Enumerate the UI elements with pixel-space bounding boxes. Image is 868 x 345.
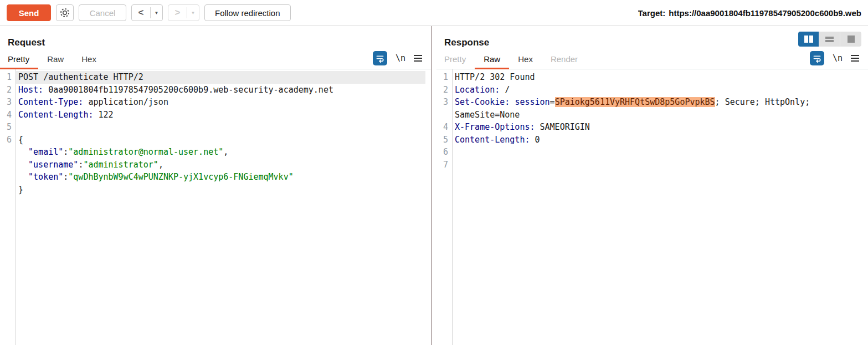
layout-columns-button[interactable] xyxy=(798,32,819,47)
code-line-text: Host: 0aa9001804fb11978547905200c600b9.w… xyxy=(16,84,425,97)
code-line: 3Set-Cookie: session=SPaiokg5611VyRHFQtS… xyxy=(436,96,862,109)
code-line-text: Content-Length: 0 xyxy=(452,134,862,146)
cancel-button[interactable]: Cancel xyxy=(79,4,126,21)
line-number xyxy=(0,184,16,196)
code-line-text: Content-Type: application/json xyxy=(16,96,425,109)
line-number: 4 xyxy=(0,109,16,121)
word-wrap-icon[interactable] xyxy=(373,51,387,65)
settings-button[interactable] xyxy=(56,4,74,21)
code-line-text: POST /authenticate HTTP/2 xyxy=(16,71,425,84)
code-line: "email":"administrator@normal-user.net", xyxy=(0,146,425,159)
show-newlines-icon[interactable]: \n xyxy=(396,53,405,63)
request-tab-bar: Pretty Raw Hex \n xyxy=(0,49,431,69)
request-panel: Request Pretty Raw Hex \n 1POST /authent… xyxy=(0,26,431,345)
code-line: SameSite=None xyxy=(436,109,862,121)
line-number xyxy=(436,109,452,121)
line-number: 4 xyxy=(436,121,452,134)
code-line-text: Set-Cookie: session=SPaiokg5611VyRHFQtSw… xyxy=(452,96,862,109)
request-editor[interactable]: 1POST /authenticate HTTP/22Host: 0aa9001… xyxy=(0,69,431,345)
code-line: 6 xyxy=(436,146,862,159)
show-newlines-icon[interactable]: \n xyxy=(833,53,843,63)
code-line: 2Location: / xyxy=(436,84,862,97)
line-number: 5 xyxy=(0,121,16,134)
forward-button[interactable]: > xyxy=(168,5,187,21)
code-line-text: } xyxy=(16,184,425,196)
response-panel: Response Pretty Raw Hex Render \n 1HTTP/… xyxy=(432,26,868,345)
follow-redirection-button[interactable]: Follow redirection xyxy=(204,4,291,21)
word-wrap-icon[interactable] xyxy=(810,51,824,65)
line-number: 6 xyxy=(436,146,452,159)
layout-toggle-group xyxy=(798,32,861,47)
code-line: 5Content-Length: 0 xyxy=(436,134,862,146)
layout-rows-button[interactable] xyxy=(819,32,840,47)
editor-menu-icon[interactable] xyxy=(414,55,422,62)
code-line: 7 xyxy=(436,159,862,171)
target-url: Target:https://0aa9001804fb1197854790520… xyxy=(638,8,861,18)
repeater-toolbar: Send Cancel < ▼ > ▼ Follow redirection T… xyxy=(0,0,868,26)
request-tab-raw[interactable]: Raw xyxy=(38,50,73,69)
code-line: 1POST /authenticate HTTP/2 xyxy=(0,71,425,84)
line-number: 3 xyxy=(0,96,16,109)
gear-icon xyxy=(59,7,70,18)
line-number xyxy=(0,146,16,159)
response-tab-hex[interactable]: Hex xyxy=(509,50,542,69)
message-panes: Request Pretty Raw Hex \n 1POST /authent… xyxy=(0,26,868,345)
code-line: 4X-Frame-Options: SAMEORIGIN xyxy=(436,121,862,134)
editor-menu-icon[interactable] xyxy=(851,55,859,62)
code-line-text: X-Frame-Options: SAMEORIGIN xyxy=(452,121,862,134)
code-line-text xyxy=(16,121,425,134)
response-editor-tools: \n xyxy=(810,51,868,69)
code-line-text: Content-Length: 122 xyxy=(16,109,425,121)
request-tab-pretty[interactable]: Pretty xyxy=(0,50,38,69)
back-button[interactable]: < xyxy=(132,5,150,21)
target-url-value: https://0aa9001804fb11978547905200c600b9… xyxy=(669,8,861,18)
code-line-text: Location: / xyxy=(452,84,862,97)
code-line: 1HTTP/2 302 Found xyxy=(436,71,862,84)
code-line: "token":"qwDhBynbW9wC4wPUNZNKP-yjX1vcyp6… xyxy=(0,171,425,184)
request-editor-tools: \n xyxy=(373,51,431,69)
target-label: Target: xyxy=(638,8,666,18)
back-split-button: < ▼ xyxy=(131,4,163,21)
forward-history-dropdown[interactable]: ▼ xyxy=(187,5,199,21)
code-line: } xyxy=(0,184,425,196)
response-tab-bar: Pretty Raw Hex Render \n xyxy=(436,49,868,69)
code-line: 2Host: 0aa9001804fb11978547905200c600b9.… xyxy=(0,84,425,97)
line-number: 1 xyxy=(436,71,452,84)
response-editor[interactable]: 1HTTP/2 302 Found2Location: /3Set-Cookie… xyxy=(436,69,868,345)
code-line: 5 xyxy=(0,121,425,134)
line-number: 6 xyxy=(0,134,16,146)
code-line-text: "token":"qwDhBynbW9wC4wPUNZNKP-yjX1vcyp6… xyxy=(16,171,425,184)
code-line-text: "username":"administrator", xyxy=(16,159,425,171)
line-number: 1 xyxy=(0,71,16,84)
request-panel-title: Request xyxy=(8,37,431,48)
code-line: 4Content-Length: 122 xyxy=(0,109,425,121)
line-number: 2 xyxy=(0,84,16,97)
response-tab-render[interactable]: Render xyxy=(542,50,587,69)
code-line-text: "email":"administrator@normal-user.net", xyxy=(16,146,425,159)
response-tab-raw[interactable]: Raw xyxy=(475,50,509,69)
code-line-text xyxy=(452,146,862,159)
code-line: 6{ xyxy=(0,134,425,146)
line-number xyxy=(0,159,16,171)
response-tab-pretty[interactable]: Pretty xyxy=(436,50,475,69)
code-line: 3Content-Type: application/json xyxy=(0,96,425,109)
code-line-text: { xyxy=(16,134,425,146)
send-button[interactable]: Send xyxy=(7,4,51,21)
line-number: 3 xyxy=(436,96,452,109)
code-line-text: SameSite=None xyxy=(452,109,862,121)
layout-single-button[interactable] xyxy=(840,32,861,47)
code-line: "username":"administrator", xyxy=(0,159,425,171)
code-line-text: HTTP/2 302 Found xyxy=(452,71,862,84)
line-number xyxy=(0,171,16,184)
line-number: 5 xyxy=(436,134,452,146)
line-number: 2 xyxy=(436,84,452,97)
line-number: 7 xyxy=(436,159,452,171)
back-history-dropdown[interactable]: ▼ xyxy=(151,5,162,21)
forward-split-button: > ▼ xyxy=(168,4,199,21)
code-line-text xyxy=(452,159,862,171)
request-tab-hex[interactable]: Hex xyxy=(73,50,105,69)
